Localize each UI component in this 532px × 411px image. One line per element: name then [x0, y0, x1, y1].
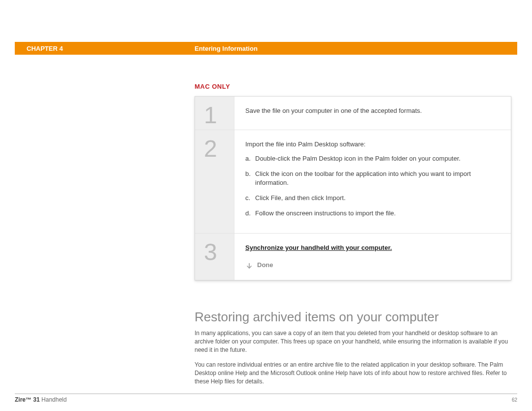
page-number: 62 — [512, 397, 517, 403]
step-body: Synchronize your handheld with your comp… — [234, 234, 511, 280]
step-body: Save the file on your computer in one of… — [234, 97, 511, 130]
page-footer: Zire™ 31 Handheld 62 — [15, 393, 517, 403]
step-text: Save the file on your computer in one of… — [245, 106, 500, 116]
steps-box: 1 Save the file on your computer in one … — [195, 96, 511, 280]
document-page: CHAPTER 4 Entering Information MAC ONLY … — [0, 0, 532, 411]
substep-label: c. — [245, 194, 255, 203]
step-body: Import the file into Palm Desktop softwa… — [234, 130, 511, 233]
down-arrow-icon — [245, 260, 253, 271]
body-paragraph: You can restore individual entries or an… — [195, 361, 511, 385]
substep-a: a. Double-click the Palm Desktop icon in… — [245, 154, 500, 164]
step-1: 1 Save the file on your computer in one … — [195, 97, 511, 130]
product-name: Zire™ 31 Handheld — [15, 396, 66, 403]
done-label: Done — [257, 261, 273, 270]
chapter-label: CHAPTER 4 — [15, 45, 195, 52]
step-number: 1 — [195, 97, 234, 130]
product-name-rest: Handheld — [40, 396, 67, 403]
step-intro: Import the file into Palm Desktop softwa… — [245, 140, 500, 149]
substep-b: b. Click the icon on the toolbar for the… — [245, 170, 500, 188]
section-title: Entering Information — [195, 45, 258, 52]
done-row: Done — [245, 260, 500, 271]
substep-label: b. — [245, 170, 255, 188]
chapter-header-bar: CHAPTER 4 Entering Information — [15, 42, 517, 55]
substep-text: Follow the onscreen instructions to impo… — [255, 209, 500, 218]
substep-text: Click File, and then click Import. — [255, 194, 500, 203]
substep-label: a. — [245, 154, 255, 164]
step-2: 2 Import the file into Palm Desktop soft… — [195, 130, 511, 233]
substep-d: d. Follow the onscreen instructions to i… — [245, 209, 500, 218]
substep-text: Double-click the Palm Desktop icon in th… — [255, 154, 500, 164]
body-paragraph: In many applications, you can save a cop… — [195, 329, 511, 354]
substep-label: d. — [245, 209, 255, 218]
mac-only-label: MAC ONLY — [195, 83, 511, 90]
substep-c: c. Click File, and then click Import. — [245, 194, 500, 203]
substep-text: Click the icon on the toolbar for the ap… — [255, 170, 500, 188]
step-3: 3 Synchronize your handheld with your co… — [195, 233, 511, 280]
step-number: 3 — [195, 234, 234, 280]
substeps: a. Double-click the Palm Desktop icon in… — [245, 154, 500, 218]
section-heading: Restoring archived items on your compute… — [195, 309, 511, 325]
sync-link[interactable]: Synchronize your handheld with your comp… — [245, 244, 392, 251]
product-name-bold: Zire™ 31 — [15, 396, 40, 403]
step-number: 2 — [195, 130, 234, 233]
